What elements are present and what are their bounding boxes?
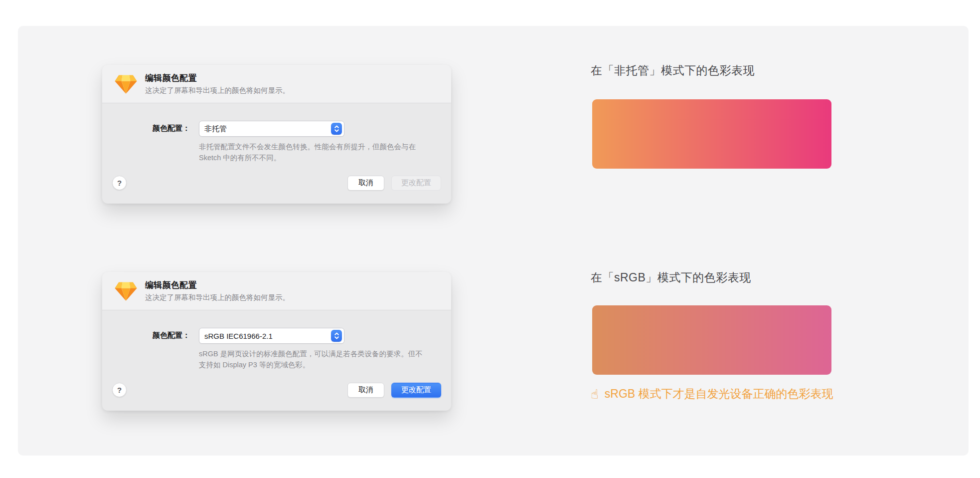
dialog-header-text: 编辑颜色配置 这决定了屏幕和导出项上的颜色将如何显示。 (145, 72, 290, 95)
preview-heading-srgb: 在「sRGB」模式下的色彩表现 (591, 270, 751, 285)
cancel-button[interactable]: 取消 (347, 383, 384, 398)
srgb-note: ☝ sRGB 模式下才是自发光设备正确的色彩表现 (591, 386, 833, 402)
change-profile-button[interactable]: 更改配置 (391, 176, 441, 191)
gradient-swatch-unmanaged (592, 99, 831, 169)
preview-heading-unmanaged: 在「非托管」模式下的色彩表现 (591, 63, 755, 78)
chevron-up-down-icon (331, 330, 342, 342)
button-group: 取消 更改配置 (347, 176, 441, 191)
color-profile-dialog-srgb: 编辑颜色配置 这决定了屏幕和导出项上的颜色将如何显示。 颜色配置： sRGB I… (102, 272, 451, 411)
color-profile-dialog-unmanaged: 编辑颜色配置 这决定了屏幕和导出项上的颜色将如何显示。 颜色配置： 非托管 非托… (102, 65, 451, 204)
dialog-footer: ? 取消 更改配置 (112, 175, 441, 191)
color-profile-field-row: 颜色配置： sRGB IEC61966-2.1 (102, 328, 451, 344)
page: 编辑颜色配置 这决定了屏幕和导出项上的颜色将如何显示。 颜色配置： 非托管 非托… (0, 0, 980, 478)
help-button[interactable]: ? (112, 383, 127, 397)
dialog-header-text: 编辑颜色配置 这决定了屏幕和导出项上的颜色将如何显示。 (145, 279, 290, 302)
help-button[interactable]: ? (112, 176, 127, 190)
sketch-app-icon (114, 280, 138, 302)
dialog-subtitle: 这决定了屏幕和导出项上的颜色将如何显示。 (145, 86, 290, 95)
profile-description: sRGB 是网页设计的标准颜色配置，可以满足若各类设备的要求。但不支持如 Dis… (199, 348, 424, 371)
color-profile-select[interactable]: sRGB IEC61966-2.1 (199, 328, 344, 344)
chevron-up-down-icon (331, 123, 342, 135)
srgb-note-text: sRGB 模式下才是自发光设备正确的色彩表现 (605, 386, 833, 402)
color-profile-label: 颜色配置： (102, 124, 190, 133)
color-profile-field-row: 颜色配置： 非托管 (102, 121, 451, 137)
content-panel: 编辑颜色配置 这决定了屏幕和导出项上的颜色将如何显示。 颜色配置： 非托管 非托… (18, 26, 969, 456)
gradient-swatch-srgb (592, 305, 831, 375)
button-group: 取消 更改配置 (347, 383, 441, 398)
sketch-app-icon (114, 73, 138, 95)
cancel-button[interactable]: 取消 (347, 176, 384, 191)
change-profile-button[interactable]: 更改配置 (391, 383, 441, 398)
dialog-subtitle: 这决定了屏幕和导出项上的颜色将如何显示。 (145, 293, 290, 302)
dialog-header: 编辑颜色配置 这决定了屏幕和导出项上的颜色将如何显示。 (102, 272, 451, 310)
profile-description: 非托管配置文件不会发生颜色转换。性能会有所提升，但颜色会与在 Sketch 中的… (199, 141, 424, 164)
color-profile-label: 颜色配置： (102, 331, 190, 340)
select-value: 非托管 (199, 124, 331, 134)
dialog-header: 编辑颜色配置 这决定了屏幕和导出项上的颜色将如何显示。 (102, 65, 451, 103)
dialog-footer: ? 取消 更改配置 (112, 382, 441, 398)
dialog-title: 编辑颜色配置 (145, 279, 290, 291)
select-value: sRGB IEC61966-2.1 (199, 332, 331, 340)
pointing-up-icon: ☝ (591, 388, 599, 401)
dialog-title: 编辑颜色配置 (145, 72, 290, 84)
color-profile-select[interactable]: 非托管 (199, 121, 344, 137)
